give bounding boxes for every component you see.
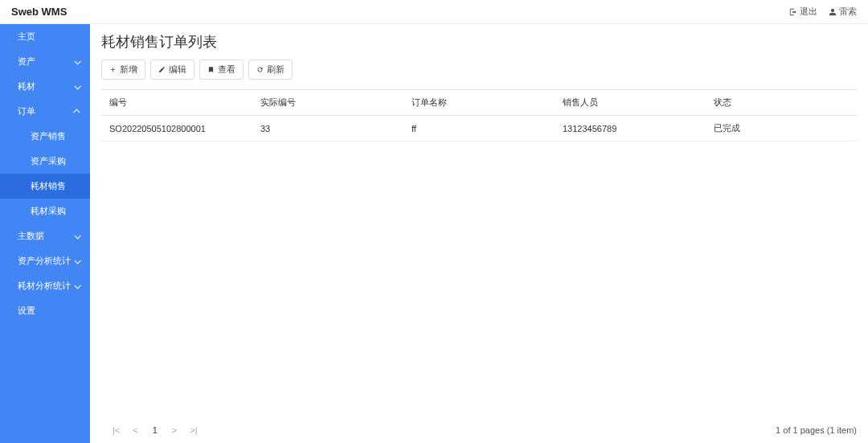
pager-last[interactable]: >| bbox=[186, 424, 200, 437]
sidebar-item-2[interactable]: 耗材 bbox=[0, 74, 90, 99]
sidebar-item-4[interactable]: 资产销售 bbox=[0, 124, 90, 149]
brand: Sweb WMS bbox=[11, 6, 67, 18]
table-cell: 已完成 bbox=[706, 116, 857, 142]
col-header-actual[interactable]: 实际编号 bbox=[252, 90, 403, 116]
app-header: Sweb WMS 退出 雷索 bbox=[0, 0, 868, 24]
header-right: 退出 雷索 bbox=[789, 6, 857, 18]
sidebar-item-9[interactable]: 资产分析统计 bbox=[0, 248, 90, 273]
refresh-button[interactable]: 刷新 bbox=[248, 59, 293, 80]
pager-current: 1 bbox=[148, 424, 162, 437]
chevron-down-icon bbox=[74, 84, 80, 90]
user-link[interactable]: 雷索 bbox=[829, 6, 857, 18]
toolbar: 新增 编辑 查看 刷新 bbox=[101, 59, 857, 80]
sidebar-item-5[interactable]: 资产采购 bbox=[0, 149, 90, 174]
chevron-up-icon bbox=[74, 109, 80, 115]
table-cell: SO20220505102800001 bbox=[101, 116, 252, 142]
table-row[interactable]: SO2022050510280000133ff13123456789已完成 bbox=[101, 116, 857, 142]
sidebar-item-label: 耗材 bbox=[18, 80, 35, 92]
edit-icon bbox=[158, 66, 166, 73]
sidebar-item-label: 资产销售 bbox=[31, 130, 66, 142]
order-table: 编号 实际编号 订单名称 销售人员 状态 SO20220505102800001… bbox=[101, 89, 857, 142]
sidebar-item-1[interactable]: 资产 bbox=[0, 49, 90, 74]
sidebar: 主页资产耗材订单资产销售资产采购耗材销售耗材采购主数据资产分析统计耗材分析统计设… bbox=[0, 24, 90, 443]
col-header-sales[interactable]: 销售人员 bbox=[555, 90, 706, 116]
sidebar-item-11[interactable]: 设置 bbox=[0, 298, 90, 323]
pager-info: 1 of 1 pages (1 item) bbox=[776, 425, 857, 435]
table-cell: 13123456789 bbox=[555, 116, 706, 142]
refresh-icon bbox=[256, 66, 264, 73]
sidebar-item-label: 主数据 bbox=[18, 230, 44, 242]
col-header-status[interactable]: 状态 bbox=[706, 90, 857, 116]
sidebar-item-7[interactable]: 耗材采购 bbox=[0, 199, 90, 224]
chevron-down-icon bbox=[74, 283, 80, 289]
col-header-id[interactable]: 编号 bbox=[101, 90, 252, 116]
sidebar-item-label: 订单 bbox=[18, 105, 35, 117]
pagination: |< < 1 > >| 1 of 1 pages (1 item) bbox=[101, 424, 857, 437]
refresh-label: 刷新 bbox=[267, 64, 285, 76]
edit-label: 编辑 bbox=[169, 64, 186, 76]
table-cell: 33 bbox=[252, 116, 403, 142]
edit-button[interactable]: 编辑 bbox=[150, 59, 194, 80]
sidebar-item-label: 设置 bbox=[18, 305, 35, 317]
sidebar-item-3[interactable]: 订单 bbox=[0, 99, 90, 124]
page-title: 耗材销售订单列表 bbox=[101, 32, 857, 51]
add-label: 新增 bbox=[120, 64, 137, 76]
chevron-down-icon bbox=[74, 59, 80, 65]
bookmark-icon bbox=[207, 66, 215, 73]
logout-label: 退出 bbox=[800, 6, 817, 18]
plus-icon bbox=[109, 66, 117, 73]
chevron-down-icon bbox=[74, 233, 80, 240]
sidebar-item-label: 主页 bbox=[18, 31, 35, 43]
pager-next[interactable]: > bbox=[169, 424, 180, 437]
user-icon bbox=[829, 8, 837, 16]
col-header-name[interactable]: 订单名称 bbox=[403, 90, 555, 116]
pager-first[interactable]: |< bbox=[109, 424, 123, 437]
sidebar-item-10[interactable]: 耗材分析统计 bbox=[0, 273, 90, 298]
pager-controls: |< < 1 > >| bbox=[101, 424, 201, 437]
view-label: 查看 bbox=[218, 64, 235, 76]
sidebar-item-label: 耗材销售 bbox=[31, 180, 66, 192]
table-cell: ff bbox=[403, 116, 555, 142]
main-content: 耗材销售订单列表 新增 编辑 查看 刷新 编号 bbox=[90, 24, 868, 443]
sidebar-item-label: 资产采购 bbox=[31, 155, 66, 167]
logout-icon bbox=[789, 8, 797, 16]
sidebar-item-label: 资产 bbox=[18, 55, 35, 68]
logout-link[interactable]: 退出 bbox=[789, 6, 817, 18]
sidebar-item-label: 资产分析统计 bbox=[18, 255, 71, 267]
user-label: 雷索 bbox=[839, 6, 857, 18]
sidebar-item-8[interactable]: 主数据 bbox=[0, 224, 90, 248]
table-header-row: 编号 实际编号 订单名称 销售人员 状态 bbox=[101, 90, 857, 116]
chevron-down-icon bbox=[74, 258, 80, 265]
view-button[interactable]: 查看 bbox=[199, 59, 244, 80]
pager-prev[interactable]: < bbox=[129, 424, 141, 437]
sidebar-item-6[interactable]: 耗材销售 bbox=[0, 174, 90, 199]
add-button[interactable]: 新增 bbox=[101, 59, 145, 80]
sidebar-item-label: 耗材分析统计 bbox=[18, 280, 71, 292]
sidebar-item-0[interactable]: 主页 bbox=[0, 24, 90, 49]
sidebar-item-label: 耗材采购 bbox=[31, 205, 66, 217]
